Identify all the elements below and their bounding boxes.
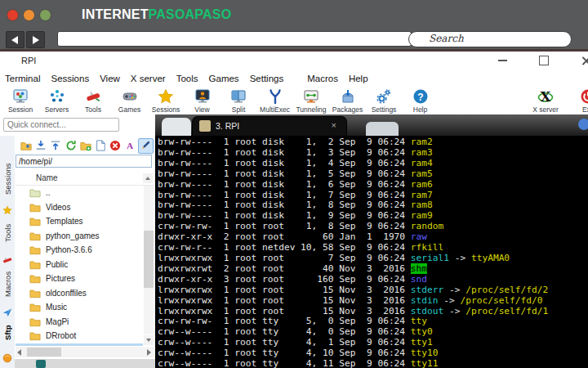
file-row-videos[interactable]: Videos	[16, 200, 143, 215]
device-name: snd	[411, 274, 427, 285]
tab-active-rpi[interactable]: 3. RPI ×	[192, 116, 347, 137]
menu-help[interactable]: Help	[349, 74, 368, 83]
menu-sessions[interactable]: Sessions	[51, 74, 89, 83]
horizontal-scrollbar[interactable]	[16, 347, 154, 357]
sftp-rename-button[interactable]: A	[122, 138, 138, 154]
minimize-button[interactable]	[498, 60, 507, 61]
address-bar-input[interactable]	[57, 31, 412, 47]
toolbar-session-button[interactable]: Session	[2, 88, 39, 114]
svg-text:X: X	[541, 89, 551, 105]
search-icon	[416, 34, 427, 45]
toolbar-label: Tunneling	[292, 105, 330, 114]
app-logo-icon	[5, 55, 17, 67]
file-row--[interactable]: ..	[16, 186, 143, 200]
device-name: ram4	[411, 158, 433, 168]
toolbar-games-button[interactable]: Games	[111, 88, 149, 114]
file-name: Music	[46, 300, 67, 315]
close-button[interactable]	[581, 56, 588, 65]
menu-games[interactable]: Games	[209, 74, 239, 83]
window-dot-red-icon[interactable]	[7, 9, 19, 21]
file-row-python-games[interactable]: python_games	[16, 229, 143, 244]
star-icon	[158, 88, 174, 105]
tab-close-icon[interactable]: ×	[332, 120, 336, 130]
horizontal-scroll-thumb[interactable]	[27, 348, 61, 357]
xserver-icon: X	[537, 88, 554, 105]
device-name: tty	[411, 316, 427, 326]
window-dot-green-icon[interactable]	[39, 9, 51, 21]
toolbar-label: Sessions	[147, 105, 185, 114]
file-row-magpi[interactable]: MagPi	[16, 315, 143, 330]
scroll-down-button[interactable]	[144, 335, 154, 345]
search-box[interactable]: Search	[408, 31, 572, 47]
file-row-templates[interactable]: Templates	[16, 214, 143, 229]
menu-x-server[interactable]: X server	[131, 74, 166, 83]
toolbar-settings-button[interactable]: Settings	[365, 88, 403, 114]
file-row-music[interactable]: Music	[16, 300, 143, 315]
toolbar-sessions-button[interactable]: Sessions	[147, 88, 185, 114]
sftp-new-folder-button[interactable]	[78, 138, 94, 154]
sidebar-tab-tools[interactable]: Tools	[0, 213, 15, 265]
sftp-delete-button[interactable]	[108, 138, 123, 154]
sftp-parent-folder-button[interactable]	[19, 138, 34, 154]
toolbar-split-button[interactable]: Split	[220, 88, 257, 114]
scroll-up-button[interactable]	[143, 173, 153, 183]
sftp-new-file-button[interactable]	[93, 138, 109, 154]
symlink-target: ttyAMA0	[471, 253, 510, 263]
new-tab-button[interactable]	[366, 122, 399, 136]
sidebar-tab-sessions[interactable]: Sessions	[0, 155, 15, 215]
file-row-oldconffiles[interactable]: oldconffiles	[16, 286, 143, 301]
file-row-drrobot[interactable]: DRrobot	[16, 329, 143, 343]
toolbar-multiexec-button[interactable]: MultiExec	[256, 88, 294, 114]
column-header-name: Name	[36, 173, 58, 182]
menu-tools[interactable]: Tools	[176, 74, 198, 83]
menu-terminal[interactable]: Terminal	[5, 74, 40, 83]
menu-view[interactable]: View	[100, 74, 120, 83]
sidebar-tab-sftp[interactable]: Sftp	[0, 315, 15, 363]
home-tab[interactable]	[162, 118, 191, 136]
quick-connect-input[interactable]	[3, 118, 119, 132]
terminal-output[interactable]: brw-rw---- 1 root disk 1, 2 Sep 9 06:24 …	[155, 136, 588, 368]
path-input[interactable]	[16, 155, 152, 168]
toolbar-view-button[interactable]: View	[184, 88, 221, 114]
scroll-right-icon[interactable]	[147, 349, 151, 356]
toolbar-tunneling-button[interactable]: Tunneling	[292, 88, 330, 114]
vertical-scroll-thumb[interactable]	[144, 231, 154, 288]
folder	[29, 302, 41, 312]
file-row-public[interactable]: Public	[16, 258, 143, 272]
vertical-scrollbar[interactable]	[144, 186, 154, 334]
device-name: shm	[411, 263, 427, 274]
toolbar-servers-button[interactable]: Servers	[38, 88, 76, 114]
toolbar-tools-button[interactable]: Tools	[74, 88, 112, 114]
sftp-upload-button[interactable]	[48, 138, 64, 154]
scroll-left-icon[interactable]	[17, 349, 21, 356]
file-row-python-3-6-6[interactable]: Python-3.6.6	[16, 243, 143, 258]
toolbar-packages-button[interactable]: Packages	[329, 88, 367, 114]
file-row-pp[interactable]: pp	[16, 343, 143, 347]
toolbar-help-button[interactable]: ?Help	[402, 88, 439, 114]
tools-icon	[85, 88, 101, 105]
toolbar-x-server-button[interactable]: XX server	[527, 88, 564, 114]
info-icon[interactable]	[578, 119, 588, 130]
toolbar-exit-button[interactable]: Exit	[569, 88, 588, 114]
remote-monitoring-bar[interactable]	[15, 359, 155, 368]
menu-settings[interactable]: Settings	[250, 74, 284, 83]
device-name: ram2	[411, 137, 433, 147]
brand-prefix: INTERNET	[82, 7, 149, 21]
session-icon	[12, 88, 29, 105]
window-title-bar[interactable]: RPI	[0, 52, 588, 70]
sidebar-tab-macros[interactable]: Macros	[0, 263, 15, 317]
device-name: tty10	[411, 348, 439, 358]
sftp-refresh-button[interactable]	[64, 138, 79, 154]
window-dot-orange-icon[interactable]	[23, 9, 35, 21]
file-list-header[interactable]: Name	[16, 172, 154, 186]
sftp-toolbar: A	[15, 137, 155, 154]
back-button[interactable]	[6, 31, 24, 48]
maximize-button[interactable]	[539, 56, 549, 65]
file-row-pictures[interactable]: Pictures	[16, 272, 143, 286]
forward-button[interactable]	[26, 31, 45, 48]
sftp-download-button[interactable]	[33, 138, 49, 154]
menu-macros[interactable]: Macros	[307, 74, 338, 83]
collapse-sidebar-icon[interactable]	[2, 139, 13, 150]
sftp-edit-button[interactable]	[138, 138, 154, 154]
device-name: ram9	[411, 210, 433, 221]
